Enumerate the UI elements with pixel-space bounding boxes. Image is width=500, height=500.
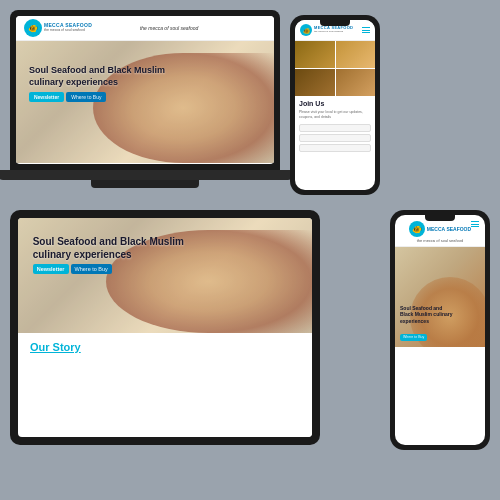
phone2-brand-name: MECCA SEAFOOD	[427, 226, 471, 232]
laptop-tagline-center: the mecca of soul seafood	[140, 25, 198, 31]
phone-photo-grid	[295, 41, 375, 96]
laptop-hero-overlay	[16, 41, 274, 163]
join-name-field[interactable]	[299, 124, 371, 132]
phone2-hero: Soul Seafood and Black Muslim culinary e…	[395, 247, 485, 347]
phone2-hero-title: Soul Seafood and Black Muslim culinary e…	[400, 305, 455, 325]
laptop-device: 🐠 MECCA SEAFOOD the mecca of soul seafoo…	[10, 10, 280, 190]
photo-cell-2	[336, 41, 376, 68]
phone2-hamburger-line-3	[471, 226, 479, 227]
phone2-notch	[425, 215, 455, 221]
tablet-border: 🐠 MECCA SEAFOOD the mecca of soul seafoo…	[10, 210, 320, 445]
mockup-container: 🐠 MECCA SEAFOOD the mecca of soul seafoo…	[0, 0, 500, 500]
tablet-hero-buttons: Newsletter Where to Buy	[33, 264, 224, 274]
join-us-title: Join Us	[299, 100, 371, 107]
our-story-title[interactable]: Our Story	[30, 341, 300, 353]
tablet-screen: 🐠 MECCA SEAFOOD the mecca of soul seafoo…	[18, 218, 312, 437]
phone2-tagline: the mecca of soul seafood	[417, 238, 464, 243]
phone2-border: 🐠 MECCA SEAFOOD the mecca of soul seafoo…	[390, 210, 490, 450]
photo-cell-4	[336, 69, 376, 96]
phone2-fish-icon: 🐠	[412, 225, 422, 234]
tablet-hero-title: Soul Seafood and Black Muslim culinary e…	[33, 235, 224, 261]
laptop-hero-text: Soul Seafood and Black Muslim culinary e…	[29, 65, 197, 101]
laptop-base	[0, 170, 294, 180]
tablet-hero-text: Soul Seafood and Black Muslim culinary e…	[33, 235, 224, 274]
hamburger-line-2	[362, 30, 370, 31]
tablet-device: 🐠 MECCA SEAFOOD the mecca of soul seafoo…	[10, 210, 320, 445]
fish-icon: 🐠	[28, 24, 38, 33]
phone2-device: 🐠 MECCA SEAFOOD the mecca of soul seafoo…	[390, 210, 490, 450]
laptop-hero-title: Soul Seafood and Black Muslim culinary e…	[29, 65, 197, 88]
laptop-logo: 🐠 MECCA SEAFOOD the mecca of soul seafoo…	[24, 19, 92, 37]
hamburger-menu-icon[interactable]	[362, 27, 370, 33]
phone2-screen: 🐠 MECCA SEAFOOD the mecca of soul seafoo…	[395, 215, 485, 445]
laptop-stand	[91, 180, 199, 188]
phone-logo-text: MECCA SEAFOOD the mecca of soul seafood	[314, 26, 353, 33]
phone2-hamburger-icon[interactable]	[471, 221, 479, 227]
photo-cell-3	[295, 69, 335, 96]
phone2-logo-circle: 🐠	[409, 221, 425, 237]
phone-notch	[320, 20, 350, 26]
join-email-field[interactable]	[299, 134, 371, 142]
join-us-description: Please visit your local to get our updat…	[299, 110, 371, 120]
tablet-hero: Soul Seafood and Black Muslim culinary e…	[18, 218, 312, 333]
laptop-hero-buttons: Newsletter Where to Buy	[29, 92, 197, 102]
tablet-newsletter-button[interactable]: Newsletter	[33, 264, 69, 274]
laptop-hero: Soul Seafood and Black Muslim culinary e…	[16, 41, 274, 163]
phone2-hamburger-line-1	[471, 221, 479, 222]
phone-tagline: the mecca of soul seafood	[314, 31, 353, 34]
phone2-hero-text: Soul Seafood and Black Muslim culinary e…	[400, 305, 455, 343]
laptop-newsletter-button[interactable]: Newsletter	[29, 92, 64, 102]
phone-logo-circle: 🐠	[300, 24, 312, 36]
tablet-header: 🐠 MECCA SEAFOOD the mecca of soul seafoo…	[28, 428, 312, 437]
phone-device: 🐠 MECCA SEAFOOD the mecca of soul seafoo…	[290, 15, 380, 195]
phone-screen: 🐠 MECCA SEAFOOD the mecca of soul seafoo…	[295, 20, 375, 190]
tablet-order-button[interactable]: Where to Buy	[71, 264, 112, 274]
hamburger-line-1	[362, 27, 370, 28]
phone-fish-icon: 🐠	[303, 27, 310, 34]
phone2-order-button[interactable]: Where to Buy	[400, 334, 427, 341]
laptop-logo-circle: 🐠	[24, 19, 42, 37]
hamburger-line-3	[362, 32, 370, 33]
our-story-section: Our Story	[18, 333, 312, 357]
phone2-hamburger-line-2	[471, 224, 479, 225]
phone-border: 🐠 MECCA SEAFOOD the mecca of soul seafoo…	[290, 15, 380, 195]
join-us-card: Join Us Please visit your local to get o…	[295, 96, 375, 158]
join-phone-field[interactable]	[299, 144, 371, 152]
laptop-order-button[interactable]: Where to Buy	[66, 92, 106, 102]
laptop-header: 🐠 MECCA SEAFOOD the mecca of soul seafoo…	[16, 16, 274, 41]
laptop-hero-image	[16, 41, 274, 163]
laptop-tagline: the mecca of soul seafood	[44, 29, 92, 33]
laptop-logo-text: MECCA SEAFOOD the mecca of soul seafood	[44, 23, 92, 32]
phone2-logo-row: 🐠 MECCA SEAFOOD	[409, 221, 471, 237]
photo-cell-1	[295, 41, 335, 68]
